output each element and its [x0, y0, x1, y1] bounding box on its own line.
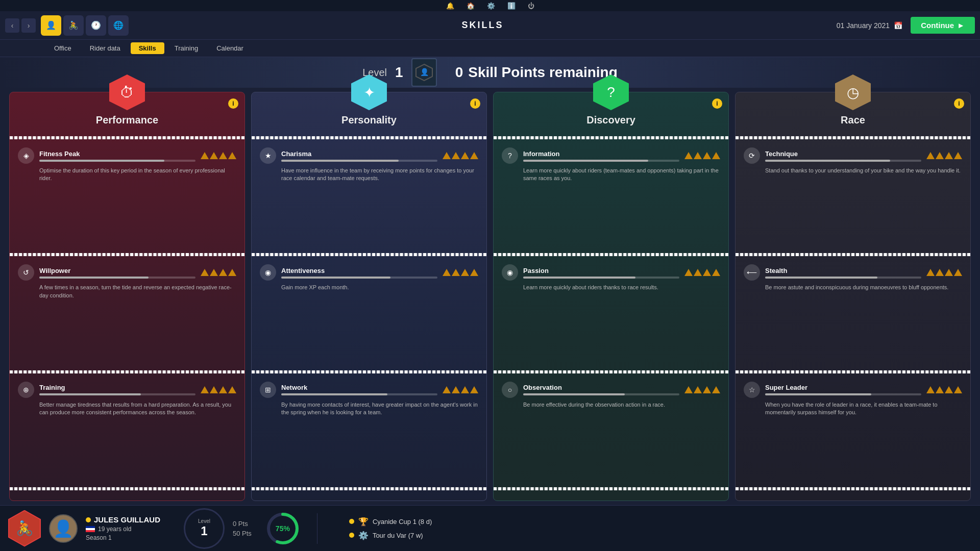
personality-info-badge[interactable]: i	[470, 98, 480, 109]
level-bar: Level 1 👤 0 Skill Points remaining	[0, 57, 980, 88]
skill-points-label: Skill Points remaining	[468, 64, 618, 80]
skill-training: ⊕ Training Better manage tiredness that …	[10, 378, 244, 483]
nav-profile-button[interactable]: 👤	[41, 15, 61, 36]
skill-fitness-peak: ◈ Fitness Peak Optimise the duration of …	[10, 143, 244, 249]
information-triangles	[684, 152, 720, 159]
charisma-triangles	[443, 152, 478, 159]
race-label-0: Cyanide Cup 1 (8 d)	[373, 518, 432, 525]
card-performance-header: ⏱ i Performance	[10, 92, 244, 132]
discovery-info-badge[interactable]: i	[712, 98, 722, 109]
observation-desc: Be more effective during the observation…	[523, 401, 720, 409]
sub-nav: Office Rider data Skills Training Calend…	[0, 40, 980, 57]
performance-title: Performance	[96, 114, 158, 126]
cards-row: ⏱ i Performance ◈ Fitness Peak Optimise …	[0, 92, 980, 501]
tab-calendar[interactable]: Calendar	[208, 42, 252, 54]
skill-technique: ⟳ Technique Stand out thanks to your und…	[736, 143, 970, 249]
fitness-peak-desc: Optimise the duration of this key period…	[39, 167, 236, 183]
nav-forward-button[interactable]: ›	[21, 18, 36, 33]
card-personality: ✦ i Personality ★ Charisma Have more inf…	[251, 92, 487, 501]
tab-office[interactable]: Office	[46, 42, 80, 54]
tab-rider-data[interactable]: Rider data	[82, 42, 129, 54]
power-icon[interactable]: ⏻	[528, 2, 534, 10]
race-item-1: ⚙️ Tour du Var (7 w)	[349, 531, 432, 540]
stealth-name: Stealth	[765, 267, 921, 274]
card-discovery: ? i Discovery ? Information Learn more q…	[493, 92, 729, 501]
passion-name: Passion	[523, 267, 679, 274]
races-section: 🏆 Cyanide Cup 1 (8 d) ⚙️ Tour du Var (7 …	[349, 517, 432, 540]
level-value: 1	[395, 64, 403, 81]
network-desc: By having more contacts of interest, hav…	[281, 401, 478, 417]
skill-points-display: 0 Skill Points remaining	[455, 64, 618, 81]
skill-willpower: ↺ Willpower A few times in a season, tur…	[10, 260, 244, 366]
discovery-title: Discovery	[586, 114, 635, 126]
charisma-desc: Have more influence in the team by recei…	[281, 167, 478, 183]
bell-icon[interactable]: 🔔	[446, 2, 454, 10]
skill-attentiveness: ◉ Attentiveness Gain more XP each month.	[252, 260, 486, 366]
card-race: ◷ i Race ⟳ Technique Stand out thanks to…	[735, 92, 971, 501]
flag-icon	[86, 526, 95, 532]
nav-globe-button[interactable]: 🌐	[108, 15, 129, 36]
rider-age-text: 19 years old	[98, 525, 131, 533]
nav-clock-button[interactable]: 🕐	[86, 15, 106, 36]
level-circle-num: 1	[201, 524, 207, 538]
super-leader-name: Super Leader	[765, 384, 921, 391]
charisma-name: Charisma	[281, 150, 437, 158]
calendar-icon[interactable]: 📅	[894, 21, 902, 30]
fitness-peak-triangles	[201, 152, 236, 159]
willpower-triangles	[201, 269, 236, 276]
page-title: SKILLS	[129, 20, 837, 31]
skill-points-value: 0	[455, 64, 463, 80]
willpower-desc: A few times in a season, turn the tide a…	[39, 284, 236, 299]
rider-season-text: Season 1	[86, 534, 160, 541]
gear-icon[interactable]: ⚙️	[487, 2, 495, 10]
continue-button[interactable]: Continue ►	[911, 17, 975, 34]
info-icon[interactable]: ℹ️	[507, 2, 516, 10]
pts-info: 0 Pts 50 Pts	[233, 520, 252, 537]
card-performance: ⏱ i Performance ◈ Fitness Peak Optimise …	[9, 92, 245, 501]
rider-avatar: 👤	[49, 514, 78, 543]
rider-hex: 🚴	[8, 510, 41, 547]
rider-age-row: 19 years old	[86, 525, 160, 533]
home-icon[interactable]: 🏠	[467, 2, 475, 10]
observation-icon: ○	[502, 382, 518, 398]
observation-triangles	[684, 386, 720, 393]
stealth-desc: Be more astute and inconspicuous during …	[765, 284, 962, 291]
network-name: Network	[281, 384, 437, 391]
super-leader-desc: When you have the role of leader in a ra…	[765, 401, 962, 417]
race-dot-0	[349, 519, 354, 524]
technique-triangles	[926, 152, 962, 159]
race-dot-1	[349, 533, 354, 538]
attentiveness-desc: Gain more XP each month.	[281, 284, 478, 291]
charisma-icon: ★	[260, 147, 276, 164]
card-race-header: ◷ i Race	[736, 92, 970, 132]
skill-charisma: ★ Charisma Have more influence in the te…	[252, 143, 486, 249]
skill-observation: ○ Observation Be more effective during t…	[494, 378, 728, 483]
information-desc: Learn more quickly about riders (team-ma…	[523, 167, 720, 183]
nav-back-button[interactable]: ‹	[5, 18, 19, 33]
fitness-peak-icon: ◈	[18, 147, 34, 164]
cycling-icon: ⚙️	[358, 531, 369, 540]
nav-riders-button[interactable]: 🚴	[63, 15, 84, 36]
race-title: Race	[841, 114, 865, 126]
continue-arrow-icon: ►	[957, 21, 965, 30]
performance-info-badge[interactable]: i	[228, 98, 238, 109]
information-name: Information	[523, 150, 679, 158]
tab-skills[interactable]: Skills	[131, 42, 164, 54]
tab-training[interactable]: Training	[166, 42, 206, 54]
card-personality-header: ✦ i Personality	[252, 92, 486, 132]
race-info-badge[interactable]: i	[954, 98, 964, 109]
training-icon: ⊕	[18, 382, 34, 398]
svg-text:👤: 👤	[420, 68, 429, 77]
rider-name-row: JULES GUILLAUD	[86, 515, 160, 524]
card-discovery-header: ? i Discovery	[494, 92, 728, 132]
passion-icon: ◉	[502, 264, 518, 281]
technique-icon: ⟳	[744, 147, 760, 164]
attentiveness-icon: ◉	[260, 264, 276, 281]
race-label-1: Tour du Var (7 w)	[373, 532, 423, 539]
race-item-0: 🏆 Cyanide Cup 1 (8 d)	[349, 517, 432, 527]
continue-label: Continue	[921, 21, 954, 30]
stealth-icon: ⟵	[744, 264, 760, 281]
progress-circle: 75%	[265, 511, 301, 546]
super-leader-icon: ☆	[744, 382, 760, 398]
rider-dot	[86, 517, 91, 522]
